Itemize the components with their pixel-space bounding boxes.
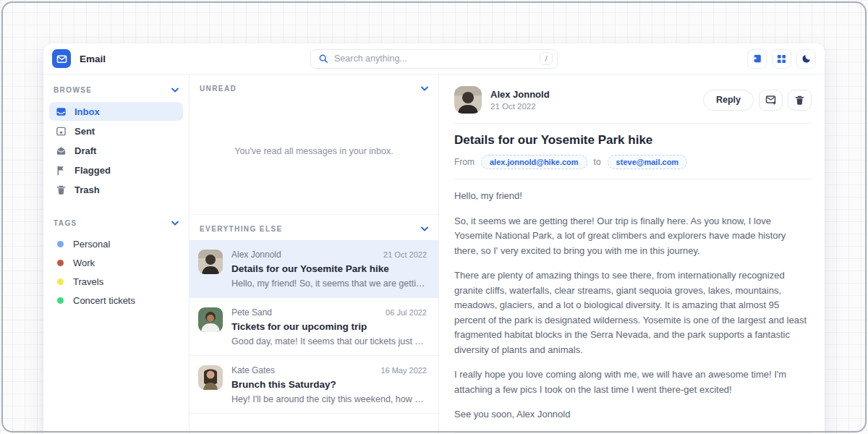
email-sender: Alex Jonnold bbox=[231, 250, 281, 260]
sidebar-item-label: Sent bbox=[75, 126, 95, 137]
to-label: to bbox=[594, 157, 601, 167]
avatar bbox=[198, 365, 223, 390]
from-email-chip[interactable]: alex.jonnold@hike.com bbox=[481, 155, 587, 169]
sidebar-item-draft[interactable]: Draft bbox=[49, 141, 183, 160]
unread-empty-message: You've read all messages in your inbox. bbox=[190, 100, 438, 214]
email-preview: Good day, mate! It seems that our ticket… bbox=[231, 336, 427, 346]
chevron-down-icon[interactable] bbox=[421, 86, 428, 91]
avatar bbox=[198, 250, 223, 274]
divider bbox=[454, 433, 812, 433]
tag-color-dot bbox=[57, 241, 64, 247]
email-subject: Tickets for our upcoming trip bbox=[231, 321, 427, 332]
email-date: 21 Oct 2022 bbox=[383, 250, 427, 259]
message-list: UNREAD You've read all messages in your … bbox=[190, 75, 439, 434]
detail-date: 21 Oct 2022 bbox=[490, 102, 550, 111]
email-sender: Kate Gates bbox=[231, 365, 275, 375]
tag-label: Work bbox=[73, 258, 95, 268]
email-preview: Hello, my friend! So, it seems that we a… bbox=[231, 278, 427, 289]
search-icon bbox=[318, 54, 328, 64]
trash-icon bbox=[794, 95, 805, 106]
notebook-icon bbox=[752, 54, 762, 64]
browse-section-header: BROWSE bbox=[43, 76, 189, 101]
detail-actions: Reply bbox=[703, 90, 812, 111]
email-preview: Hey! I'll be around the city this weeken… bbox=[231, 394, 427, 404]
from-to-row: From alex.jonnold@hike.com to steve@mail… bbox=[454, 155, 812, 169]
email-paragraph: See you soon, Alex Jonnold bbox=[454, 407, 812, 422]
app-header: Email / bbox=[43, 43, 825, 75]
tag-color-dot bbox=[57, 297, 64, 304]
email-paragraph: There are plenty of amazing things to se… bbox=[454, 268, 812, 357]
email-paragraph: I really hope you love coming along with… bbox=[454, 367, 812, 397]
sidebar-item-flagged[interactable]: Flagged bbox=[49, 161, 183, 179]
email-subject: Brunch this Saturday? bbox=[231, 379, 427, 390]
email-list-item[interactable]: Kate Gates 16 May 2022 Brunch this Satur… bbox=[190, 356, 438, 414]
tag-item-personal[interactable]: Personal bbox=[49, 235, 183, 253]
tag-color-dot bbox=[57, 278, 64, 285]
sidebar-item-inbox[interactable]: Inbox bbox=[49, 102, 183, 121]
avatar bbox=[454, 86, 482, 114]
detail-subject: Details for our Yosemite Park hike bbox=[454, 133, 812, 148]
apps-grid-button[interactable] bbox=[772, 49, 791, 69]
tag-label: Personal bbox=[73, 239, 110, 250]
trash-icon bbox=[56, 184, 67, 195]
everything-else-label: EVERYTHING ELSE bbox=[200, 225, 283, 233]
everything-else-section-header: EVERYTHING ELSE bbox=[190, 214, 438, 240]
email-body-text: Hello, my friend! So, it seems we are ge… bbox=[454, 189, 812, 422]
search-input[interactable] bbox=[334, 54, 534, 64]
detail-header: Alex Jonnold 21 Oct 2022 Reply bbox=[454, 86, 812, 114]
chevron-down-icon[interactable] bbox=[171, 88, 179, 93]
sidebar: BROWSE Inbox Sent bbox=[43, 75, 190, 434]
header-actions bbox=[747, 49, 816, 69]
tags-label: TAGS bbox=[54, 219, 77, 227]
chevron-down-icon[interactable] bbox=[171, 221, 179, 226]
notebook-button[interactable] bbox=[747, 49, 767, 69]
mark-unread-button[interactable] bbox=[759, 90, 783, 111]
delete-button[interactable] bbox=[788, 90, 812, 111]
email-paragraph: So, it seems we are getting there! Our t… bbox=[454, 214, 812, 259]
email-paragraph: Hello, my friend! bbox=[454, 189, 812, 204]
sent-icon bbox=[56, 126, 67, 137]
sidebar-item-sent[interactable]: Sent bbox=[49, 122, 183, 140]
to-email-chip[interactable]: steve@mail.com bbox=[608, 155, 688, 169]
detail-sender: Alex Jonnold bbox=[490, 89, 550, 100]
tag-color-dot bbox=[57, 260, 64, 266]
tag-item-concert-tickets[interactable]: Concert tickets bbox=[49, 292, 183, 310]
sidebar-item-label: Flagged bbox=[75, 165, 111, 176]
grid-icon bbox=[777, 54, 786, 64]
email-list-item[interactable]: Pete Sand 06 Jul 2022 Tickets for our up… bbox=[190, 298, 438, 356]
dark-mode-button[interactable] bbox=[796, 49, 816, 69]
from-label: From bbox=[454, 157, 475, 167]
chevron-down-icon[interactable] bbox=[421, 226, 428, 231]
divider bbox=[454, 123, 812, 124]
app-title: Email bbox=[80, 54, 106, 64]
email-subject: Details for our Yosemite Park hike bbox=[231, 263, 427, 274]
email-detail-pane: Alex Jonnold 21 Oct 2022 Reply bbox=[439, 75, 825, 434]
email-date: 06 Jul 2022 bbox=[386, 308, 427, 317]
envelope-logo-icon bbox=[56, 54, 67, 64]
flag-icon bbox=[56, 165, 67, 176]
tag-item-work[interactable]: Work bbox=[49, 254, 183, 272]
unread-label: UNREAD bbox=[200, 85, 237, 93]
draft-icon bbox=[56, 145, 67, 156]
unread-section-header: UNREAD bbox=[190, 75, 438, 100]
tags-section-header: TAGS bbox=[43, 209, 189, 234]
sidebar-item-label: Inbox bbox=[75, 106, 100, 117]
tag-label: Concert tickets bbox=[73, 295, 135, 306]
inbox-icon bbox=[56, 106, 67, 117]
sidebar-item-label: Trash bbox=[75, 184, 100, 195]
app-logo bbox=[52, 49, 71, 68]
tag-label: Travels bbox=[73, 276, 103, 287]
email-list-item[interactable]: Alex Jonnold 21 Oct 2022 Details for our… bbox=[190, 240, 438, 298]
reply-button[interactable]: Reply bbox=[703, 90, 754, 111]
email-date: 16 May 2022 bbox=[380, 366, 427, 375]
search-bar[interactable]: / bbox=[310, 49, 558, 69]
email-app-window: Email / bbox=[43, 43, 825, 434]
sidebar-item-trash[interactable]: Trash bbox=[49, 180, 183, 199]
divider bbox=[454, 179, 812, 179]
envelope-plus-icon bbox=[765, 94, 777, 106]
sidebar-item-label: Draft bbox=[75, 145, 96, 156]
tag-item-travels[interactable]: Travels bbox=[49, 273, 183, 291]
avatar bbox=[198, 307, 223, 332]
moon-icon bbox=[801, 54, 812, 64]
search-shortcut-badge: / bbox=[540, 52, 553, 65]
